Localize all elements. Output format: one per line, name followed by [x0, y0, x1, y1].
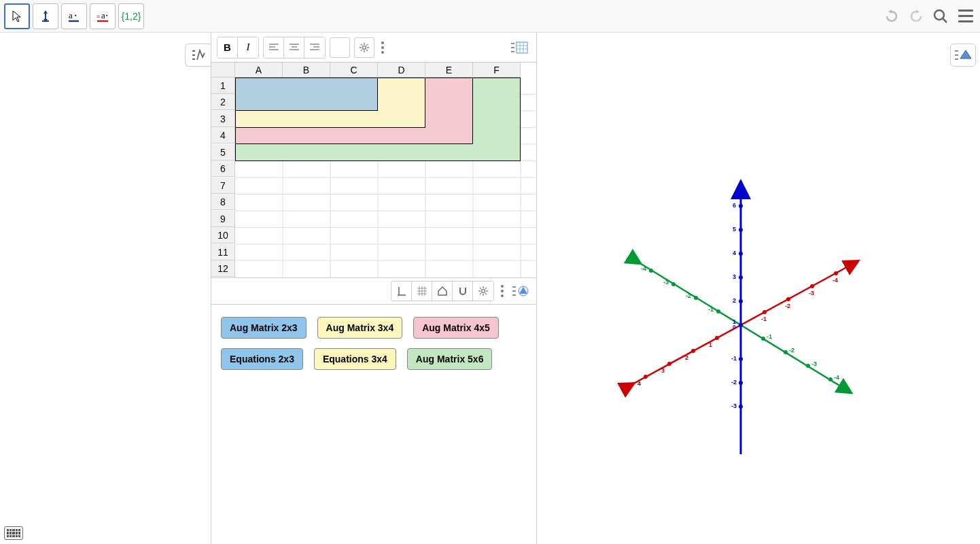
- svg-rect-36: [517, 42, 527, 53]
- svg-point-27: [363, 46, 366, 49]
- svg-point-131: [806, 364, 810, 368]
- aug-matrix-4x5-button[interactable]: Aug Matrix 4x5: [413, 317, 499, 339]
- list-tool[interactable]: {1,2}: [118, 3, 144, 29]
- svg-point-69: [482, 290, 485, 293]
- row-header[interactable]: 9: [211, 211, 235, 227]
- svg-marker-11: [888, 10, 892, 14]
- home-button[interactable]: [432, 282, 453, 301]
- equations-2x3-button[interactable]: Equations 2x3: [221, 348, 303, 370]
- svg-point-102: [739, 323, 743, 327]
- svg-text:4: 4: [733, 250, 736, 256]
- svg-point-141: [649, 269, 653, 273]
- align-center-button[interactable]: [284, 37, 304, 58]
- svg-point-107: [739, 381, 743, 385]
- aug-matrix-5x6-button[interactable]: Aug Matrix 5x6: [407, 348, 493, 370]
- svg-text:=: =: [97, 13, 100, 20]
- axes-toggle[interactable]: [391, 282, 412, 301]
- graphics-toolbar: [211, 277, 536, 305]
- format-toolbar: B I: [211, 33, 536, 63]
- gear-icon[interactable]: [473, 282, 493, 301]
- row-header[interactable]: 10: [211, 227, 235, 243]
- svg-text:-3: -3: [809, 290, 814, 296]
- row-header[interactable]: 8: [211, 194, 235, 210]
- svg-text:-2: -2: [686, 292, 691, 299]
- snap-button[interactable]: [453, 282, 473, 301]
- svg-point-93: [739, 204, 743, 208]
- more-options-icon[interactable]: [379, 39, 387, 56]
- row-header[interactable]: 11: [211, 244, 235, 260]
- graphics-toggle[interactable]: [510, 282, 531, 301]
- move-tool[interactable]: [4, 3, 30, 29]
- graphics-3d-view[interactable]: 6 5 4 3 2 1 0 -1 -2 -3 -1 -2 -3 -4: [537, 33, 980, 544]
- svg-line-76: [480, 293, 481, 294]
- row-header[interactable]: 4: [211, 127, 235, 143]
- svg-text:-2: -2: [789, 347, 794, 354]
- svg-point-111: [763, 310, 767, 314]
- aug-matrix-3x4-button[interactable]: Aug Matrix 3x4: [317, 317, 403, 339]
- row-header[interactable]: 12: [211, 260, 235, 277]
- svg-text:a: a: [101, 10, 105, 20]
- svg-text:-2: -2: [785, 303, 790, 309]
- grid-toggle[interactable]: [412, 282, 432, 301]
- virtual-keyboard-toggle[interactable]: [4, 526, 23, 540]
- svg-point-123: [667, 362, 671, 366]
- spreadsheet-toggle[interactable]: [508, 37, 531, 58]
- align-right-button[interactable]: [304, 37, 325, 58]
- svg-text:-1: -1: [767, 333, 772, 340]
- col-header[interactable]: B: [283, 63, 330, 78]
- svg-text:▪: ▪: [75, 12, 77, 18]
- region-2x3: [235, 78, 378, 111]
- svg-point-13: [934, 10, 944, 20]
- row-header[interactable]: 7: [211, 177, 235, 194]
- align-left-button[interactable]: [264, 37, 284, 58]
- svg-text:4: 4: [637, 380, 641, 387]
- row-header[interactable]: 3: [211, 111, 235, 127]
- svg-line-77: [485, 288, 487, 289]
- search-icon[interactable]: [931, 7, 950, 26]
- svg-text:5: 5: [733, 226, 736, 233]
- svg-point-135: [716, 309, 720, 313]
- col-header[interactable]: F: [473, 63, 521, 78]
- svg-text:3: 3: [661, 367, 665, 374]
- svg-text:-3: -3: [811, 360, 817, 367]
- svg-line-33: [366, 50, 368, 51]
- redo-button[interactable]: [907, 7, 926, 26]
- text-tool[interactable]: a▪: [61, 3, 87, 29]
- spreadsheet-view[interactable]: A B C D E F 1 2 3 4 5 6 7 8 9 10 11 12: [211, 63, 536, 277]
- svg-line-32: [361, 44, 362, 46]
- svg-point-139: [671, 282, 676, 286]
- row-header[interactable]: 5: [211, 144, 235, 160]
- svg-text:3: 3: [733, 273, 736, 280]
- undo-button[interactable]: [882, 7, 901, 26]
- text-tool-2[interactable]: =a▪: [90, 3, 116, 29]
- svg-text:-4: -4: [834, 374, 839, 381]
- svg-text:-2: -2: [731, 379, 737, 386]
- more-vert-icon[interactable]: [498, 282, 506, 300]
- row-header[interactable]: 1: [211, 78, 235, 94]
- svg-marker-12: [916, 10, 920, 14]
- italic-button[interactable]: I: [238, 37, 258, 58]
- svg-text:-1: -1: [731, 355, 737, 362]
- svg-text:1: 1: [709, 341, 712, 348]
- algebra-toggle[interactable]: [185, 44, 211, 67]
- bgcolor-button[interactable]: [330, 37, 350, 58]
- col-header[interactable]: A: [235, 63, 283, 78]
- svg-text:-3: -3: [663, 279, 669, 286]
- svg-point-115: [810, 284, 814, 288]
- row-header[interactable]: 2: [211, 94, 235, 110]
- menu-button[interactable]: [956, 7, 976, 25]
- svg-text:a: a: [69, 10, 73, 20]
- spreadsheet-corner[interactable]: [211, 63, 235, 78]
- aug-matrix-2x3-button[interactable]: Aug Matrix 2x3: [221, 317, 307, 339]
- row-header[interactable]: 6: [211, 160, 235, 177]
- col-header[interactable]: C: [330, 63, 378, 78]
- settings-gear-icon[interactable]: [354, 37, 374, 58]
- svg-point-94: [739, 228, 743, 232]
- svg-point-125: [644, 375, 648, 379]
- svg-point-133: [828, 377, 833, 381]
- col-header[interactable]: E: [425, 63, 473, 78]
- equations-3x4-button[interactable]: Equations 3x4: [314, 348, 396, 370]
- slider-tool[interactable]: [33, 3, 58, 29]
- col-header[interactable]: D: [378, 63, 425, 78]
- bold-button[interactable]: B: [217, 37, 238, 58]
